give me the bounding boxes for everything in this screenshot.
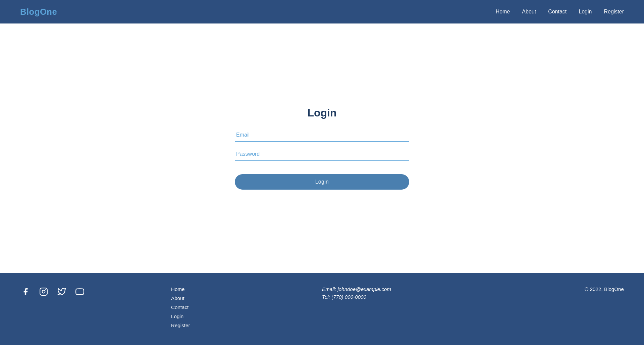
site-footer: Home About Contact Login Register Email:… [0, 273, 644, 345]
login-button[interactable]: Login [235, 174, 409, 190]
footer-copyright: © 2022, BlogOne [473, 286, 624, 292]
email-input[interactable] [235, 129, 409, 142]
login-card: Login Login [235, 107, 409, 190]
footer-social [20, 286, 171, 297]
facebook-icon[interactable] [20, 286, 31, 297]
footer-tel: Tel: (770) 000-0000 [322, 294, 473, 300]
footer-nav-register[interactable]: Register [171, 323, 322, 328]
logo-text-main: Blog [20, 7, 40, 16]
svg-rect-0 [40, 288, 47, 295]
password-group [235, 148, 409, 161]
main-nav: Home About Contact Login Register [496, 9, 624, 15]
nav-login[interactable]: Login [579, 9, 592, 15]
footer-contact: Email: johndoe@example.com Tel: (770) 00… [322, 286, 473, 300]
login-title: Login [307, 107, 336, 119]
site-header: BlogOne Home About Contact Login Registe… [0, 0, 644, 23]
email-group [235, 129, 409, 142]
footer-email: Email: johndoe@example.com [322, 286, 473, 292]
footer-nav-contact[interactable]: Contact [171, 304, 322, 310]
logo[interactable]: BlogOne [20, 7, 57, 17]
twitter-icon[interactable] [56, 286, 67, 297]
nav-about[interactable]: About [522, 9, 536, 15]
instagram-icon[interactable] [38, 286, 49, 297]
nav-contact[interactable]: Contact [548, 9, 567, 15]
password-input[interactable] [235, 148, 409, 161]
youtube-icon[interactable] [74, 286, 85, 297]
svg-point-2 [45, 289, 46, 290]
svg-marker-3 [79, 291, 81, 293]
copyright-text: © 2022, BlogOne [585, 286, 624, 292]
svg-point-1 [42, 290, 45, 293]
footer-nav: Home About Contact Login Register [171, 286, 322, 328]
footer-nav-home[interactable]: Home [171, 286, 322, 292]
main-content: Login Login [0, 23, 644, 273]
nav-home[interactable]: Home [496, 9, 510, 15]
nav-register[interactable]: Register [604, 9, 624, 15]
footer-nav-about[interactable]: About [171, 295, 322, 301]
logo-highlight: One [40, 7, 57, 16]
footer-nav-login[interactable]: Login [171, 313, 322, 319]
